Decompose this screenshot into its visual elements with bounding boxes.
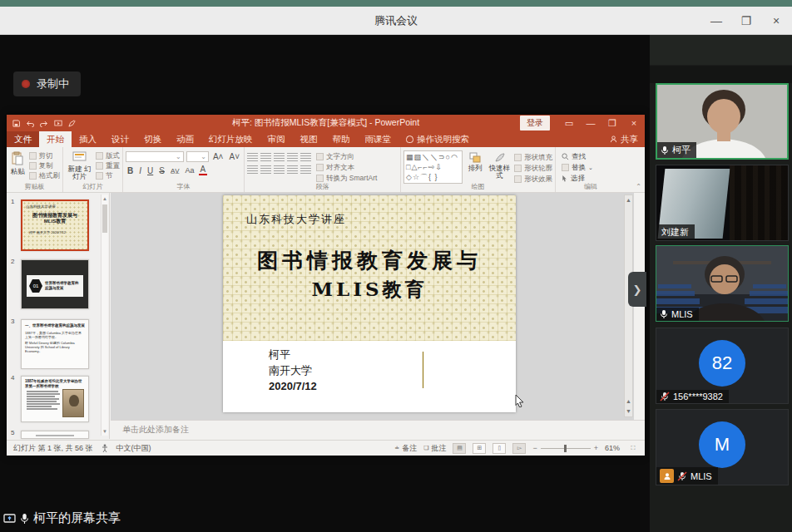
find-button[interactable]: 查找	[562, 153, 623, 161]
ppt-restore-icon[interactable]: ❐	[601, 118, 623, 129]
tab-view[interactable]: 视图	[293, 131, 325, 147]
tell-me-box[interactable]: 操作说明搜索	[398, 131, 477, 147]
reset-button[interactable]: 重置	[96, 162, 120, 170]
align-center-icon[interactable]	[260, 165, 271, 174]
zoom-percent[interactable]: 61%	[605, 444, 620, 452]
tab-transitions[interactable]: 切换	[136, 131, 169, 147]
character-spacing-icon[interactable]: A̲V̲	[169, 167, 181, 175]
grow-font-icon[interactable]: A˄	[211, 152, 225, 161]
slide-thumbnail-2[interactable]: 01 世界图书馆学教育的起源与发展	[21, 259, 89, 309]
quick-access-toolbar[interactable]	[7, 120, 76, 127]
zoom-out-icon[interactable]: −	[532, 444, 537, 452]
tab-rain-classroom[interactable]: 雨课堂	[358, 131, 399, 147]
thumbnail-scrollbar[interactable]: ▲ ▼	[101, 195, 108, 436]
maximize-icon[interactable]: ❐	[739, 14, 754, 27]
ppt-close-icon[interactable]: ×	[623, 118, 645, 128]
shrink-font-icon[interactable]: A˅	[227, 152, 241, 161]
slideshow-icon[interactable]	[54, 120, 62, 127]
redo-icon[interactable]	[40, 120, 48, 127]
format-painter-button[interactable]: 格式刷	[29, 172, 61, 180]
columns-icon[interactable]	[300, 165, 311, 174]
notes-pane[interactable]: 单击此处添加备注	[111, 420, 645, 439]
align-text-button[interactable]: 对齐文本	[316, 164, 377, 172]
cut-button[interactable]: 剪切	[29, 152, 61, 160]
zoom-slider[interactable]	[541, 448, 591, 449]
fit-to-window-icon[interactable]: ⛶	[626, 443, 640, 454]
minimize-icon[interactable]: —	[709, 14, 724, 27]
tab-slideshow[interactable]: 幻灯片放映	[201, 131, 260, 147]
zoom-slider-thumb[interactable]	[564, 445, 567, 452]
arrange-button[interactable]: 排列	[466, 150, 485, 184]
undo-icon[interactable]	[26, 120, 34, 127]
line-spacing-icon[interactable]	[300, 152, 311, 161]
tab-insert[interactable]: 插入	[72, 131, 104, 147]
paste-button[interactable]: 粘贴	[9, 150, 27, 181]
share-button[interactable]: 共享	[610, 131, 638, 147]
slide-author-block[interactable]: 柯平 南开大学 2020/7/12	[269, 347, 317, 395]
font-name-combobox[interactable]: ⌄	[126, 151, 184, 162]
numbering-icon[interactable]	[260, 152, 271, 161]
italic-button[interactable]: I	[137, 166, 143, 175]
video-tile-keping[interactable]: 柯平	[656, 83, 789, 160]
new-slide-button[interactable]: 新建 幻灯片	[66, 150, 93, 181]
slide-thumbnail-3[interactable]: 一、世界图书馆学教育的起源与发展 1887年，美国 Columbia 大学创办世…	[21, 319, 89, 369]
tab-file[interactable]: 文件	[7, 131, 39, 147]
scroll-up-icon[interactable]: ▲	[101, 195, 108, 203]
shape-outline-button[interactable]: 形状轮廓	[514, 165, 552, 173]
increase-indent-icon[interactable]	[287, 152, 298, 161]
slide-canvas[interactable]: 山东科技大学讲座 图书情报教育发展与 MLIS教育 柯平 南开大学 2020/7…	[223, 195, 516, 412]
close-icon[interactable]: ×	[769, 14, 784, 27]
ppt-minimize-icon[interactable]: —	[580, 118, 601, 128]
video-tile-mlis[interactable]: MLIS	[656, 245, 789, 322]
previous-slide-icon[interactable]: ▲	[625, 397, 632, 405]
comments-toggle[interactable]: ❏批注	[423, 443, 446, 454]
audio-tile-mlis2[interactable]: M MLIS	[656, 409, 789, 485]
edit-scroll-up-icon[interactable]: ▲	[625, 195, 632, 204]
audio-tile-9382[interactable]: 82 156****9382	[656, 328, 789, 404]
section-button[interactable]: 节	[96, 172, 120, 180]
slide-thumbnail-4[interactable]: 1887年杜威在哥伦比亚大学创办世界第一所图书馆学校	[21, 376, 89, 422]
text-direction-button[interactable]: 文字方向	[316, 153, 377, 161]
tab-review[interactable]: 审阅	[260, 131, 293, 147]
normal-view-button[interactable]: ▤	[453, 443, 466, 454]
tab-home[interactable]: 开始	[39, 131, 72, 147]
notes-toggle[interactable]: ≐备注	[394, 443, 417, 454]
slideshow-view-button[interactable]: ▻	[512, 443, 526, 454]
copy-button[interactable]: 复制	[29, 162, 61, 170]
change-case-button[interactable]: Aa	[184, 166, 196, 175]
tab-animations[interactable]: 动画	[169, 131, 201, 147]
layout-button[interactable]: 版式	[96, 152, 120, 160]
bold-button[interactable]: B	[126, 166, 135, 175]
font-color-button[interactable]: A	[199, 165, 208, 175]
font-size-combobox[interactable]: ⌄	[186, 151, 209, 162]
zoom-control[interactable]: − +	[532, 444, 598, 452]
sidebar-collapse-handle[interactable]: ❯	[628, 272, 646, 307]
slide-sorter-view-button[interactable]: ⊞	[473, 443, 486, 454]
bullets-icon[interactable]	[247, 152, 258, 161]
tab-design[interactable]: 设计	[104, 131, 136, 147]
align-right-icon[interactable]	[274, 165, 285, 174]
replace-button[interactable]: 替换 ⌄	[562, 164, 623, 172]
ribbon-display-options-icon[interactable]: ▭	[558, 118, 580, 129]
underline-button[interactable]: U	[146, 166, 155, 175]
next-slide-icon[interactable]: ▼	[625, 407, 632, 415]
tab-help[interactable]: 帮助	[325, 131, 358, 147]
decrease-indent-icon[interactable]	[274, 152, 285, 161]
thumbnail-scroll-thumb[interactable]	[102, 204, 107, 233]
select-button[interactable]: 选择	[562, 175, 623, 183]
convert-smartart-button[interactable]: 转换为 SmartArt	[316, 175, 377, 183]
collapse-ribbon-icon[interactable]: ⌃	[636, 183, 641, 190]
shapes-gallery[interactable]: ▦▧＼＼⊃○◠ □△⌐⌐⇨⇩ ◇☆⌒{ }	[403, 150, 463, 184]
zoom-in-icon[interactable]: +	[594, 444, 598, 452]
video-tile-liujianxin[interactable]: 刘建新	[656, 165, 789, 241]
scroll-down-icon[interactable]: ▼	[101, 427, 108, 436]
save-icon[interactable]	[12, 120, 20, 127]
shape-fill-button[interactable]: 形状填充	[514, 154, 552, 162]
language-label[interactable]: 中文(中国)	[116, 443, 151, 454]
align-left-icon[interactable]	[247, 165, 258, 174]
slide-thumbnail-5[interactable]	[21, 431, 89, 439]
justify-icon[interactable]	[287, 165, 298, 174]
strikethrough-button[interactable]: S	[157, 166, 166, 175]
quick-styles-button[interactable]: 快速样式	[488, 150, 511, 184]
reading-view-button[interactable]: ▯	[493, 443, 506, 454]
